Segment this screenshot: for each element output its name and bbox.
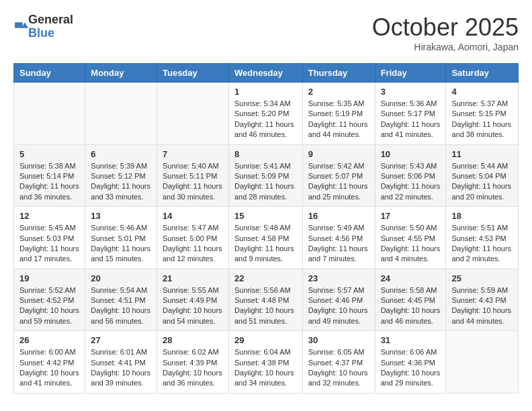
- day-number: 21: [163, 273, 223, 283]
- calendar-day-cell: 26Sunrise: 6:00 AM Sunset: 4:42 PM Dayli…: [14, 331, 85, 394]
- logo-text: General Blue: [28, 13, 73, 40]
- day-number: 7: [163, 149, 223, 159]
- day-number: 13: [91, 211, 151, 221]
- day-info: Sunrise: 6:00 AM Sunset: 4:42 PM Dayligh…: [19, 347, 79, 389]
- day-info: Sunrise: 5:55 AM Sunset: 4:49 PM Dayligh…: [163, 285, 223, 327]
- calendar-day-cell: 7Sunrise: 5:40 AM Sunset: 5:11 PM Daylig…: [157, 144, 228, 207]
- day-info: Sunrise: 5:41 AM Sunset: 5:09 PM Dayligh…: [234, 161, 297, 203]
- day-info: Sunrise: 5:51 AM Sunset: 4:53 PM Dayligh…: [451, 223, 513, 265]
- calendar-day-cell: 22Sunrise: 5:56 AM Sunset: 4:48 PM Dayli…: [228, 269, 302, 331]
- day-number: 10: [381, 149, 441, 159]
- calendar-day-cell: [14, 83, 85, 145]
- day-info: Sunrise: 5:52 AM Sunset: 4:52 PM Dayligh…: [19, 285, 79, 327]
- day-number: 26: [19, 335, 79, 345]
- day-number: 27: [91, 335, 151, 345]
- page-header: General Blue October 2025 Hirakawa, Aomo…: [13, 13, 519, 52]
- day-number: 2: [308, 87, 369, 97]
- day-info: Sunrise: 5:45 AM Sunset: 5:03 PM Dayligh…: [19, 223, 79, 265]
- calendar-day-cell: 8Sunrise: 5:41 AM Sunset: 5:09 PM Daylig…: [228, 144, 302, 207]
- day-header-thursday: Thursday: [302, 64, 375, 83]
- calendar-day-cell: 18Sunrise: 5:51 AM Sunset: 4:53 PM Dayli…: [446, 207, 519, 269]
- logo-blue: Blue: [28, 27, 73, 40]
- day-info: Sunrise: 6:02 AM Sunset: 4:39 PM Dayligh…: [163, 347, 223, 389]
- logo-general: General: [28, 13, 73, 27]
- calendar-header-row: SundayMondayTuesdayWednesdayThursdayFrid…: [14, 64, 519, 83]
- day-number: 5: [19, 149, 79, 159]
- calendar-day-cell: 3Sunrise: 5:36 AM Sunset: 5:17 PM Daylig…: [375, 83, 446, 145]
- calendar-day-cell: [157, 83, 228, 145]
- day-info: Sunrise: 5:43 AM Sunset: 5:06 PM Dayligh…: [381, 161, 441, 203]
- calendar-week-row: 12Sunrise: 5:45 AM Sunset: 5:03 PM Dayli…: [14, 207, 519, 269]
- day-number: 31: [381, 335, 441, 345]
- month-title: October 2025: [372, 13, 519, 42]
- day-info: Sunrise: 5:56 AM Sunset: 4:48 PM Dayligh…: [234, 285, 297, 327]
- day-number: 3: [381, 87, 441, 97]
- calendar-day-cell: 17Sunrise: 5:50 AM Sunset: 4:55 PM Dayli…: [375, 207, 446, 269]
- day-info: Sunrise: 5:38 AM Sunset: 5:14 PM Dayligh…: [19, 161, 79, 203]
- day-number: 6: [91, 149, 151, 159]
- day-header-sunday: Sunday: [14, 64, 85, 83]
- day-info: Sunrise: 6:06 AM Sunset: 4:36 PM Dayligh…: [381, 347, 441, 389]
- calendar-day-cell: 1Sunrise: 5:34 AM Sunset: 5:20 PM Daylig…: [228, 83, 302, 145]
- calendar-day-cell: 12Sunrise: 5:45 AM Sunset: 5:03 PM Dayli…: [14, 207, 85, 269]
- day-number: 28: [163, 335, 223, 345]
- calendar-day-cell: 2Sunrise: 5:35 AM Sunset: 5:19 PM Daylig…: [302, 83, 375, 145]
- calendar-day-cell: 4Sunrise: 5:37 AM Sunset: 5:15 PM Daylig…: [446, 83, 519, 145]
- calendar-week-row: 19Sunrise: 5:52 AM Sunset: 4:52 PM Dayli…: [14, 269, 519, 331]
- calendar-day-cell: 29Sunrise: 6:04 AM Sunset: 4:38 PM Dayli…: [228, 331, 302, 394]
- day-info: Sunrise: 5:58 AM Sunset: 4:45 PM Dayligh…: [381, 285, 441, 327]
- day-number: 11: [451, 149, 513, 159]
- day-info: Sunrise: 5:54 AM Sunset: 4:51 PM Dayligh…: [91, 285, 151, 327]
- day-header-saturday: Saturday: [446, 64, 519, 83]
- day-number: 19: [19, 273, 79, 283]
- calendar-day-cell: [85, 83, 157, 145]
- calendar-day-cell: [446, 331, 519, 394]
- day-info: Sunrise: 5:36 AM Sunset: 5:17 PM Dayligh…: [381, 99, 441, 140]
- day-info: Sunrise: 5:57 AM Sunset: 4:46 PM Dayligh…: [308, 285, 369, 327]
- day-number: 23: [308, 273, 369, 283]
- title-block: October 2025 Hirakawa, Aomori, Japan: [372, 13, 519, 52]
- calendar-day-cell: 19Sunrise: 5:52 AM Sunset: 4:52 PM Dayli…: [14, 269, 85, 331]
- day-info: Sunrise: 6:04 AM Sunset: 4:38 PM Dayligh…: [234, 347, 297, 389]
- logo: General Blue: [13, 13, 73, 40]
- day-info: Sunrise: 5:50 AM Sunset: 4:55 PM Dayligh…: [381, 223, 441, 265]
- day-number: 20: [91, 273, 151, 283]
- calendar-week-row: 5Sunrise: 5:38 AM Sunset: 5:14 PM Daylig…: [14, 144, 519, 207]
- day-number: 14: [163, 211, 223, 221]
- day-number: 29: [234, 335, 297, 345]
- day-info: Sunrise: 5:35 AM Sunset: 5:19 PM Dayligh…: [308, 99, 369, 140]
- day-header-friday: Friday: [375, 64, 446, 83]
- day-number: 1: [234, 87, 297, 97]
- day-number: 12: [19, 211, 79, 221]
- day-header-wednesday: Wednesday: [228, 64, 302, 83]
- day-number: 25: [451, 273, 513, 283]
- day-info: Sunrise: 5:48 AM Sunset: 4:58 PM Dayligh…: [234, 223, 297, 265]
- calendar-day-cell: 21Sunrise: 5:55 AM Sunset: 4:49 PM Dayli…: [157, 269, 228, 331]
- day-number: 18: [451, 211, 513, 221]
- day-info: Sunrise: 6:05 AM Sunset: 4:37 PM Dayligh…: [308, 347, 369, 389]
- calendar-day-cell: 27Sunrise: 6:01 AM Sunset: 4:41 PM Dayli…: [85, 331, 157, 394]
- day-number: 8: [234, 149, 297, 159]
- calendar-day-cell: 11Sunrise: 5:44 AM Sunset: 5:04 PM Dayli…: [446, 144, 519, 207]
- calendar-day-cell: 16Sunrise: 5:49 AM Sunset: 4:56 PM Dayli…: [302, 207, 375, 269]
- day-info: Sunrise: 5:37 AM Sunset: 5:15 PM Dayligh…: [451, 99, 513, 140]
- location: Hirakawa, Aomori, Japan: [372, 42, 519, 52]
- calendar-day-cell: 15Sunrise: 5:48 AM Sunset: 4:58 PM Dayli…: [228, 207, 302, 269]
- calendar-day-cell: 23Sunrise: 5:57 AM Sunset: 4:46 PM Dayli…: [302, 269, 375, 331]
- day-number: 17: [381, 211, 441, 221]
- calendar-day-cell: 9Sunrise: 5:42 AM Sunset: 5:07 PM Daylig…: [302, 144, 375, 207]
- day-info: Sunrise: 5:34 AM Sunset: 5:20 PM Dayligh…: [234, 99, 297, 140]
- day-info: Sunrise: 5:49 AM Sunset: 4:56 PM Dayligh…: [308, 223, 369, 265]
- day-info: Sunrise: 5:40 AM Sunset: 5:11 PM Dayligh…: [163, 161, 223, 203]
- day-info: Sunrise: 6:01 AM Sunset: 4:41 PM Dayligh…: [91, 347, 151, 389]
- day-number: 24: [381, 273, 441, 283]
- day-info: Sunrise: 5:46 AM Sunset: 5:01 PM Dayligh…: [91, 223, 151, 265]
- calendar-day-cell: 6Sunrise: 5:39 AM Sunset: 5:12 PM Daylig…: [85, 144, 157, 207]
- day-number: 9: [308, 149, 369, 159]
- svg-rect-1: [15, 22, 23, 28]
- calendar-day-cell: 24Sunrise: 5:58 AM Sunset: 4:45 PM Dayli…: [375, 269, 446, 331]
- calendar-day-cell: 31Sunrise: 6:06 AM Sunset: 4:36 PM Dayli…: [375, 331, 446, 394]
- day-header-monday: Monday: [85, 64, 157, 83]
- calendar-day-cell: 28Sunrise: 6:02 AM Sunset: 4:39 PM Dayli…: [157, 331, 228, 394]
- calendar-day-cell: 14Sunrise: 5:47 AM Sunset: 5:00 PM Dayli…: [157, 207, 228, 269]
